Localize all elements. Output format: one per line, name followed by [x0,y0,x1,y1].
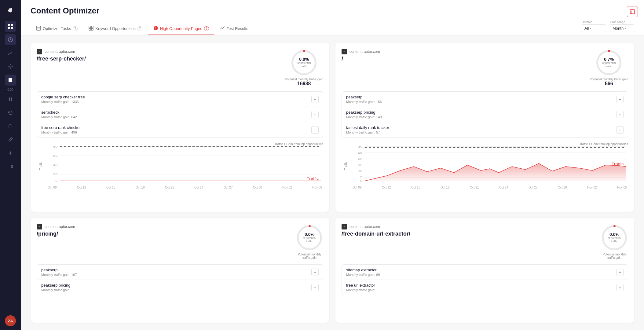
keyword-info: google serp checker free Monthly traffic… [41,95,311,104]
card-1-header: ≡ contenttraptor.com /free-serp-checker/… [37,49,323,86]
card-1-x-labels: Oct 09 Oct 12 Oct 15 Oct 18 Oct 21 Oct 2… [46,186,323,189]
tab-optimizer-tasks[interactable]: Optimizer Tasks ? [31,23,83,35]
keyword-add-button[interactable]: + [311,126,319,134]
sidebar: 0:00 ZA [0,0,21,330]
svg-text:80: 80 [53,145,58,148]
card-2-domain-info: ≡ contenttraptor.com / [342,49,585,62]
card-4-gauge-label: of potential traffic [608,237,621,243]
svg-point-7 [10,66,11,68]
svg-text:0: 0 [55,179,57,182]
sidebar-avatar[interactable]: ZA [5,315,16,326]
top-right-action-icon[interactable] [627,6,638,17]
card-3-gauge: 0.0% of potential traffic Potential mont… [296,224,323,259]
keyword-add-button[interactable]: + [616,126,624,134]
tab-high-opportunity-pages[interactable]: ! High Opportunity Pages ? [148,23,214,35]
svg-rect-10 [11,97,12,101]
x-label: Nov 05 [312,186,322,189]
chart-1-top-label: Traffic + Gain from top opportunities [275,142,323,146]
sidebar-icon-clock[interactable] [5,34,16,45]
svg-rect-5 [11,27,13,29]
x-label: Oct 30 [558,186,567,189]
card-2-x-labels: Oct 09 Oct 12 Oct 15 Oct 18 Oct 21 Oct 2… [351,186,628,189]
card-2-gauge: 0.7% of potential traffic Potential mont… [590,49,628,86]
keyword-gain: Monthly traffic gain: 496 [41,130,311,134]
tabs-row: Optimizer Tasks ? Keyword Opportunities … [31,23,254,35]
x-label: Oct 15 [106,186,115,189]
keyword-name: google serp checker free [41,95,311,99]
keyword-add-button[interactable]: + [311,111,319,118]
keyword-name: fastest daily rank tracker [346,125,616,130]
card-1-monthly-label: Potential monthly traffic gain [285,78,323,81]
list-item: serpcheck Monthly traffic gain: 642 + [37,107,323,122]
keyword-name: free url extractor [346,283,616,288]
card-3-gauge-circle: 0.0% of potential traffic [296,224,323,251]
keyword-gain: Monthly traffic gain: 1333 [41,100,311,104]
svg-rect-58 [630,9,635,14]
svg-rect-11 [9,125,12,128]
keyword-add-button[interactable]: + [311,284,319,291]
card-3-domain-label: ≡ contenttraptor.com [37,224,291,229]
card-1-monthly-value: 16938 [297,81,311,86]
card-3-domain-icon: ≡ [37,224,42,229]
list-item: peakserp Monthly traffic gain: 167 + [37,265,323,280]
sidebar-time: 0:00 [7,88,13,91]
card-1-gauge-circle: 0.0% of potential traffic [290,49,318,76]
sidebar-icon-dashboard[interactable] [5,21,16,32]
x-label: Oct 21 [165,186,174,189]
keyword-add-button[interactable]: + [616,96,624,103]
svg-text:30: 30 [358,145,363,148]
x-label: Oct 09 [353,186,361,189]
keyword-add-button[interactable]: + [616,111,624,118]
card-1-chart-area: Traffic + Gain from top opportunities Tr… [37,142,323,189]
tab-optimizer-tasks-help[interactable]: ? [73,26,78,31]
page-header: Content Optimizer Optimizer Tasks ? [21,0,644,35]
card-1-gauge-label: of potential traffic [297,61,311,68]
tab-test-results[interactable]: Test Results [214,23,254,35]
sidebar-icon-trash[interactable] [5,121,16,132]
sidebar-icon-module[interactable] [5,75,16,86]
card-3-header: ≡ contenttraptor.com /pricing/ 0.0% of p… [37,224,323,259]
time-range-filter-select[interactable]: Month ▾ [610,24,634,32]
sidebar-icon-undo[interactable] [5,107,16,118]
sidebar-icon-settings[interactable] [5,61,16,72]
svg-rect-20 [89,28,91,30]
keyword-name: peakserp [41,268,311,272]
list-item: fastest daily rank tracker Monthly traff… [342,122,628,137]
tab-test-results-label: Test Results [227,26,248,31]
keyword-add-button[interactable]: + [616,269,624,276]
tab-keyword-opportunities-help[interactable]: ? [137,26,142,31]
card-1-gauge-text: 0.0% of potential traffic [297,57,311,68]
keyword-add-button[interactable]: + [311,96,319,103]
sidebar-icon-video[interactable] [5,161,16,172]
card-4-url: /free-domain-url-extractor/ [342,231,596,237]
keyword-gain: Monthly traffic gain: [346,288,616,292]
svg-text:Traffic: Traffic [612,162,624,166]
svg-rect-3 [11,24,13,26]
tab-keyword-opportunities[interactable]: Keyword Opportunities ? [83,23,148,35]
card-4-gauge-text: 0.0% of potential traffic [608,232,621,243]
card-3-keyword-list: peakserp Monthly traffic gain: 167 + pea… [37,264,323,295]
list-item: google serp checker free Monthly traffic… [37,92,323,107]
card-2-monthly-value: 566 [605,81,613,86]
svg-text:15: 15 [358,163,363,167]
card-free-domain-url-extractor: ≡ contenttraptor.com /free-domain-url-ex… [335,218,634,323]
keyword-add-button[interactable]: + [311,269,319,276]
keyword-add-button[interactable]: + [616,284,624,291]
sidebar-icon-pause[interactable] [5,94,16,105]
tab-high-opportunity-pages-help[interactable]: ? [204,26,209,31]
card-2-keyword-list: peakserp Monthly traffic gain: 166 + pea… [342,91,628,138]
svg-text:60: 60 [53,154,58,157]
sidebar-icon-sparkle[interactable] [5,148,16,159]
domain-filter-select[interactable]: All ▾ [582,24,606,32]
card-3-gauge-percent: 0.0% [303,232,317,237]
x-label: Nov 02 [587,186,597,189]
keyword-info: peakserp Monthly traffic gain: 166 [346,95,616,104]
card-2-chart-svg: 30 25 20 15 10 5 0 [351,144,628,183]
svg-rect-4 [8,27,10,29]
sidebar-icon-chart[interactable] [5,48,16,59]
svg-text:Traffic: Traffic [307,177,319,180]
card-pricing: ≡ contenttraptor.com /pricing/ 0.0% of p… [31,218,329,323]
high-opportunity-icon: ! [153,26,158,31]
sidebar-icon-edit[interactable] [5,134,16,145]
card-2-domain-text: contenttraptor.com [349,50,380,54]
